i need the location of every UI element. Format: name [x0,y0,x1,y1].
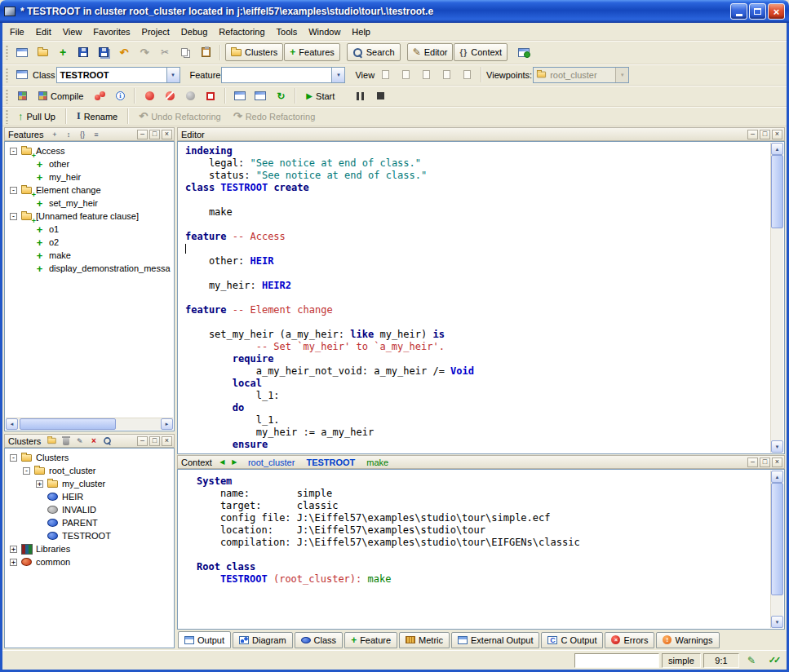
tab-errors[interactable]: ×Errors [605,632,654,648]
edit-icon[interactable]: ✎ [73,435,86,446]
new-tool-window-icon[interactable] [514,43,534,61]
view-icon-4[interactable] [437,66,456,84]
scroll-up-icon[interactable]: ▲ [771,471,783,483]
delete-icon[interactable]: × [87,435,100,446]
paste-icon[interactable] [196,43,215,61]
step-out-icon[interactable] [250,87,270,105]
context-crumb-testroot[interactable]: TESTROOT [306,458,355,467]
tab-feature[interactable]: +Feature [344,632,397,648]
view-icon-1[interactable] [375,66,395,84]
undo-icon[interactable]: ↶ [114,43,134,61]
add-cluster-icon[interactable] [46,435,58,446]
restore-button[interactable] [749,3,766,20]
context-panel-maximize-icon[interactable]: □ [760,458,770,467]
clusters-panel-close-icon[interactable]: × [162,436,172,446]
scroll-up-icon[interactable]: ▲ [771,143,783,155]
close-button[interactable]: × [768,3,785,20]
expand-toggle-icon[interactable]: + [10,559,17,566]
tab-metric[interactable]: Metric [399,632,450,648]
list-view-icon[interactable]: ≡ [90,129,102,139]
tree-item-set-my-heir[interactable]: +set_my_heir [7,197,173,210]
tree-item-invalid[interactable]: INVALID [7,503,173,516]
context-crumb-root_cluster[interactable]: root_cluster [248,458,295,467]
scroll-right-icon[interactable]: ► [161,418,173,430]
view-icon-3[interactable] [416,66,436,84]
toolbar-gripper[interactable] [6,45,8,60]
stop-button[interactable] [370,87,390,105]
chevron-down-icon[interactable]: ▼ [331,68,344,82]
tree-item-parent[interactable]: PARENT [7,516,173,529]
toolbar-gripper[interactable] [6,109,8,124]
editor-panel-maximize-icon[interactable]: □ [760,130,770,139]
add-item-icon[interactable]: + [53,43,73,61]
tree-item-unnamed-feature-clause[interactable]: -+[Unnamed feature clause] [7,210,173,223]
new-window-icon[interactable] [12,43,32,61]
scrollbar-track[interactable] [771,483,783,616]
start-button[interactable]: ▶Start [300,87,340,105]
melt-icon[interactable] [12,87,32,105]
menu-item-tools[interactable]: Tools [271,25,304,38]
clusters-toggle-button[interactable]: Clusters [225,43,283,61]
context-vertical-scrollbar[interactable]: ▲ ▼ [770,471,783,628]
scrollbar-thumb[interactable] [771,483,783,595]
copy-icon[interactable] [175,43,195,61]
redo-refactoring-button[interactable]: ↷Redo Refactoring [228,108,321,126]
editable-state-icon[interactable]: ✎ [742,653,761,668]
expand-toggle-icon[interactable]: - [23,467,30,475]
editor-toggle-button[interactable]: ✎Editor [407,43,454,61]
tree-item-display-demonstration-messa[interactable]: +display_demonstration_messa [7,262,173,275]
breakpoints-tool-icon[interactable] [201,87,220,105]
chevron-down-icon[interactable]: ▼ [166,68,180,82]
redo-icon[interactable]: ↷ [135,43,154,61]
menu-item-refactoring[interactable]: Refactoring [213,25,270,38]
tab-c-output[interactable]: CC Output [541,632,603,648]
expand-toggle-icon[interactable]: + [36,480,43,488]
features-panel-minimize-icon[interactable]: – [137,130,148,139]
menu-item-project[interactable]: Project [136,25,175,38]
editor-area[interactable]: indexing legal: "See notice at end of cl… [177,141,785,454]
scrollbar-track[interactable] [771,155,783,440]
reload-icon[interactable]: ↻ [271,87,290,105]
editor-code[interactable]: indexing legal: "See notice at end of cl… [179,143,770,453]
context-toggle-button[interactable]: {}Context [454,43,508,61]
pull-up-button[interactable]: ↑Pull Up [12,108,61,126]
undo-refactoring-button[interactable]: ↶Undo Refactoring [133,108,227,126]
view-icon-2[interactable] [396,66,415,84]
menu-item-view[interactable]: View [57,25,88,38]
tree-item-other[interactable]: +other [7,157,173,170]
scrollbar-track[interactable] [18,418,161,430]
titlebar[interactable]: * TESTROOT in cluster root_cluster locat… [0,0,789,23]
tree-item-access[interactable]: -+Access [7,144,173,157]
search-toggle-button[interactable]: Search [347,43,401,61]
saved-state-icon[interactable]: ✓✓ [764,653,783,668]
tree-item-common[interactable]: +common [7,555,173,568]
context-panel-minimize-icon[interactable]: – [747,458,758,467]
expand-toggle-icon[interactable]: - [10,454,17,462]
clusters-panel-maximize-icon[interactable]: □ [149,436,160,446]
breakpoint-enable-icon[interactable] [140,87,159,105]
tab-external-output[interactable]: External Output [451,632,539,648]
scrollbar-thumb[interactable] [20,418,116,430]
clusters-panel-minimize-icon[interactable]: – [137,436,148,446]
tab-warnings[interactable]: !Warnings [656,632,719,648]
features-horizontal-scrollbar[interactable]: ◄ ► [6,418,173,430]
tree-item-my-heir[interactable]: +my_heir [7,170,173,183]
tree-item-libraries[interactable]: +Libraries [7,542,173,555]
cut-icon[interactable]: ✂ [155,43,175,61]
features-panel-maximize-icon[interactable]: □ [149,130,160,139]
scroll-left-icon[interactable]: ◄ [6,418,18,430]
breakpoint-disable-icon[interactable] [160,87,180,105]
editor-panel-minimize-icon[interactable]: – [747,130,758,139]
menu-item-help[interactable]: Help [346,25,376,38]
tree-item-o2[interactable]: +o2 [7,236,173,249]
signatures-icon[interactable]: {} [76,129,88,139]
history-back-icon[interactable]: ◀ [217,458,228,466]
expand-toggle-icon[interactable]: - [10,213,17,220]
expand-toggle-icon[interactable]: - [10,148,17,155]
tree-item-my-cluster[interactable]: +my_cluster [7,477,173,490]
features-panel-close-icon[interactable]: × [162,130,172,139]
save-icon[interactable] [73,43,93,61]
viewpoints-combobox[interactable]: root_cluster ▼ [533,67,629,83]
open-file-icon[interactable] [33,43,52,61]
tree-item-o1[interactable]: +o1 [7,223,173,236]
